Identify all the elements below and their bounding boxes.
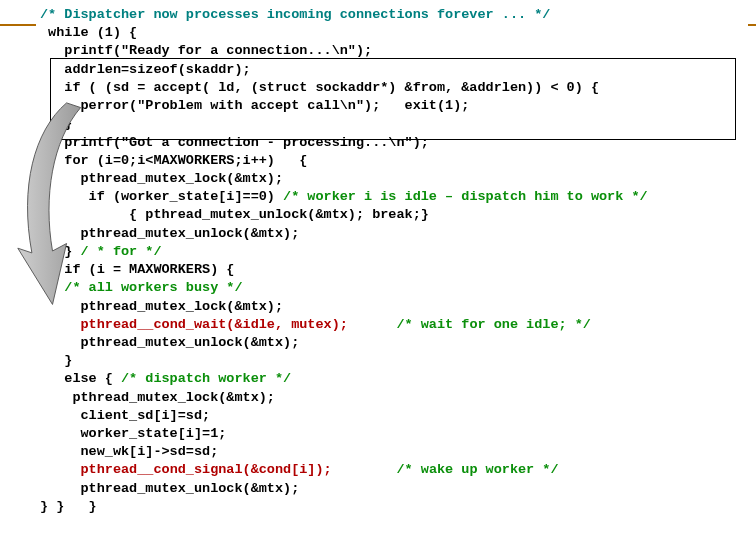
code-line: pthread_mutex_unlock(&mtx);: [40, 334, 756, 352]
code-line: /* all workers busy */: [40, 279, 756, 297]
code-line: if (i = MAXWORKERS) {: [40, 261, 756, 279]
code-line: pthread__cond_wait(&idle, mutex); /* wai…: [40, 316, 756, 334]
code-line: for (i=0;i<MAXWORKERS;i++) {: [40, 152, 756, 170]
code-line: } } }: [40, 498, 756, 516]
code-line: client_sd[i]=sd;: [40, 407, 756, 425]
code-line: printf("Ready for a connection...\n");: [40, 42, 756, 60]
code-line: { pthread_mutex_unlock(&mtx); break;}: [40, 206, 756, 224]
code-line: }: [40, 352, 756, 370]
code-line: perror("Problem with accept call\n"); ex…: [40, 97, 756, 115]
code-line: /* Dispatcher now processes incoming con…: [40, 6, 756, 24]
code-line: pthread_mutex_lock(&mtx);: [40, 298, 756, 316]
code-line: pthread_mutex_unlock(&mtx);: [40, 480, 756, 498]
code-line: addrlen=sizeof(skaddr);: [40, 61, 756, 79]
code-line: pthread_mutex_lock(&mtx);: [40, 170, 756, 188]
code-line: } / * for */: [40, 243, 756, 261]
code-line: pthread_mutex_unlock(&mtx);: [40, 225, 756, 243]
code-line: printf("Got a connection - processing...…: [40, 134, 756, 152]
code-line: worker_state[i]=1;: [40, 425, 756, 443]
code-line: pthread_mutex_lock(&mtx);: [40, 389, 756, 407]
code-block: /* Dispatcher now processes incoming con…: [0, 0, 756, 516]
code-line: if (worker_state[i]==0) /* worker i is i…: [40, 188, 756, 206]
code-line: pthread__cond_signal(&cond[i]); /* wake …: [40, 461, 756, 479]
code-line: while (1) {: [40, 24, 756, 42]
code-line: }: [40, 115, 756, 133]
code-line: new_wk[i]->sd=sd;: [40, 443, 756, 461]
code-line: if ( (sd = accept( ld, (struct sockaddr*…: [40, 79, 756, 97]
code-line: else { /* dispatch worker */: [40, 370, 756, 388]
